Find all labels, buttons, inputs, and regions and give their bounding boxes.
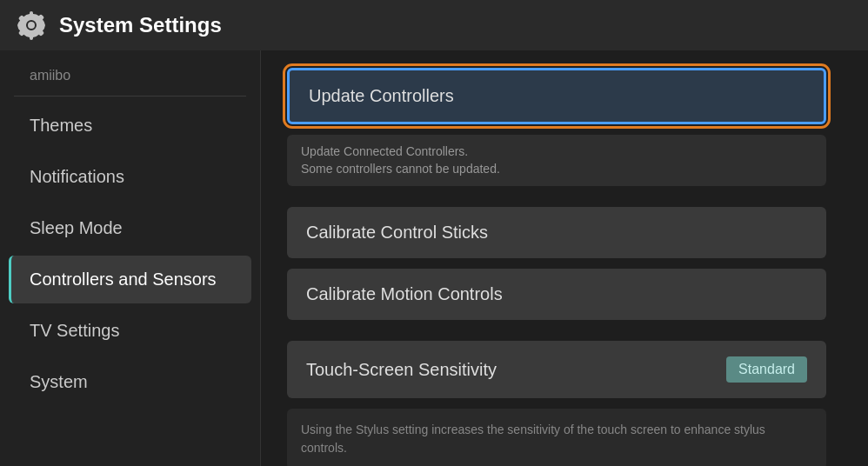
update-controllers-description: Update Connected Controllers. Some contr…	[287, 135, 826, 186]
sidebar-item-sleep-mode[interactable]: Sleep Mode	[9, 204, 251, 252]
page-title: System Settings	[59, 13, 222, 37]
sidebar-item-notifications[interactable]: Notifications	[9, 153, 251, 201]
calibrate-sticks-button[interactable]: Calibrate Control Sticks	[287, 207, 826, 258]
touch-screen-sensitivity-row[interactable]: Touch-Screen Sensitivity Standard	[287, 341, 826, 398]
sidebar-item-controllers-and-sensors[interactable]: Controllers and Sensors	[9, 256, 251, 303]
sidebar-item-tv-settings-label: TV Settings	[30, 321, 119, 341]
sidebar-item-sleep-mode-label: Sleep Mode	[30, 218, 123, 238]
sidebar-item-system[interactable]: System	[9, 358, 251, 406]
sidebar-item-themes[interactable]: Themes	[9, 102, 251, 150]
sidebar: amiibo Themes Notifications Sleep Mode C…	[0, 50, 261, 466]
sidebar-item-notifications-label: Notifications	[30, 167, 124, 187]
sidebar-item-controllers-label: Controllers and Sensors	[30, 270, 217, 290]
calibrate-motion-label: Calibrate Motion Controls	[306, 284, 503, 303]
update-controllers-desc-line2: Some controllers cannot be updated.	[301, 161, 812, 178]
settings-icon	[16, 10, 47, 41]
sidebar-item-system-label: System	[30, 372, 88, 392]
main-layout: amiibo Themes Notifications Sleep Mode C…	[0, 50, 868, 466]
touch-screen-label: Touch-Screen Sensitivity	[306, 360, 718, 380]
sidebar-item-themes-label: Themes	[30, 116, 92, 136]
svg-point-0	[28, 22, 35, 29]
content-area: Update Controllers Update Connected Cont…	[261, 50, 868, 466]
sidebar-amiibo-label: amiibo	[9, 61, 251, 90]
sidebar-divider	[14, 96, 246, 97]
touch-screen-description: Using the Stylus setting increases the s…	[287, 409, 826, 466]
update-controllers-label: Update Controllers	[309, 86, 454, 105]
calibrate-sticks-label: Calibrate Control Sticks	[306, 223, 488, 242]
header: System Settings	[0, 0, 868, 50]
update-controllers-button[interactable]: Update Controllers	[287, 68, 826, 124]
sidebar-item-tv-settings[interactable]: TV Settings	[9, 307, 251, 355]
update-controllers-desc-line1: Update Connected Controllers.	[301, 143, 812, 161]
touch-screen-value: Standard	[726, 356, 807, 383]
calibrate-motion-button[interactable]: Calibrate Motion Controls	[287, 269, 826, 320]
